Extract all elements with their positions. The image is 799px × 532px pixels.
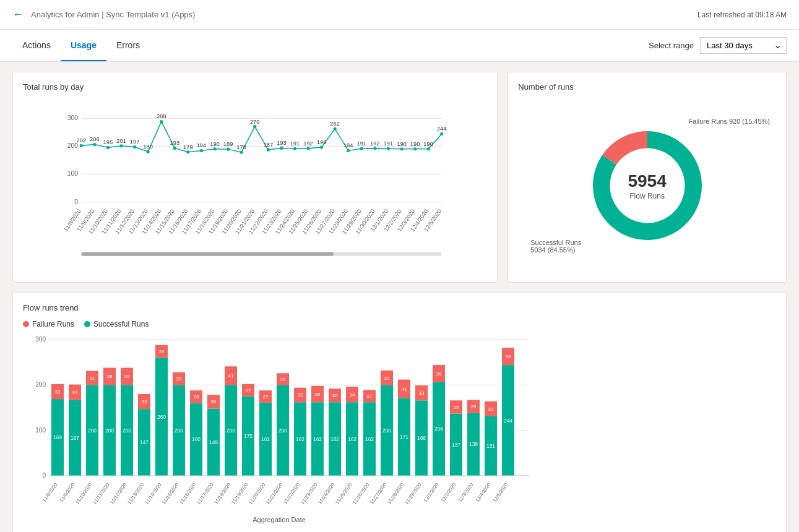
nav-right: Select range Last 30 days Last 7 days La… (649, 37, 787, 54)
svg-text:162: 162 (348, 436, 356, 442)
svg-text:11/8/2020: 11/8/2020 (41, 482, 59, 504)
bar-chart-svg: 01002003001693311/8/20201673411/9/202020… (23, 333, 535, 525)
svg-text:36: 36 (315, 392, 321, 397)
svg-text:179: 179 (183, 144, 193, 150)
donut-svg (579, 118, 715, 254)
svg-text:162: 162 (365, 436, 374, 442)
back-button[interactable]: ← (12, 8, 24, 21)
svg-text:196: 196 (317, 139, 327, 145)
line-chart-svg: 010020030020211/8/202020611/9/202019511/… (23, 99, 487, 260)
svg-text:11/9/2020: 11/9/2020 (59, 482, 76, 504)
svg-text:202: 202 (77, 137, 87, 144)
svg-text:193: 193 (277, 140, 287, 146)
svg-text:29: 29 (454, 405, 459, 410)
svg-point-63 (320, 145, 323, 148)
svg-text:12/1/2020: 12/1/2020 (423, 482, 440, 504)
svg-text:11/26/2020: 11/26/2020 (352, 482, 371, 505)
svg-text:12/2/2020: 12/2/2020 (440, 482, 457, 504)
svg-text:200: 200 (105, 427, 114, 434)
svg-text:206: 206 (90, 136, 100, 142)
svg-text:28: 28 (159, 349, 165, 354)
svg-text:29: 29 (471, 404, 477, 410)
tab-usage[interactable]: Usage (61, 30, 106, 61)
svg-text:300: 300 (35, 336, 46, 343)
svg-text:12/4/2020: 12/4/2020 (475, 482, 492, 504)
svg-text:11/12/2020: 11/12/2020 (109, 482, 128, 505)
svg-text:11/29/2020: 11/29/2020 (404, 482, 423, 505)
svg-text:11/25/2020: 11/25/2020 (334, 482, 353, 505)
svg-text:34: 34 (350, 392, 355, 398)
svg-text:200: 200 (227, 427, 235, 434)
svg-text:11/19/2020: 11/19/2020 (230, 482, 249, 505)
svg-text:193: 193 (170, 140, 180, 146)
svg-text:200: 200 (123, 427, 131, 434)
range-select[interactable]: Last 30 days Last 7 days Last 90 days (700, 37, 787, 54)
svg-text:11/24/2020: 11/24/2020 (317, 482, 336, 505)
legend-success: Successful Runs (84, 320, 149, 328)
svg-text:162: 162 (330, 436, 339, 442)
svg-text:30: 30 (332, 393, 338, 398)
tab-errors[interactable]: Errors (106, 30, 150, 61)
donut-container: 5954 Flow Runs Failure Runs 920 (15.45%)… (518, 99, 776, 272)
svg-point-18 (119, 144, 123, 147)
line-chart-container: 010020030020211/8/202020611/9/202019511/… (23, 99, 487, 272)
donut-chart-title: Number of runs (518, 82, 776, 92)
svg-point-75 (373, 147, 376, 150)
svg-point-27 (160, 120, 163, 123)
svg-text:190: 190 (423, 141, 433, 147)
svg-text:38: 38 (124, 374, 130, 379)
svg-text:195: 195 (103, 139, 113, 145)
svg-text:270: 270 (250, 119, 260, 125)
range-select-wrapper: Last 30 days Last 7 days Last 90 days (700, 37, 787, 54)
svg-text:11/11/2020: 11/11/2020 (92, 482, 111, 505)
svg-text:33: 33 (142, 399, 147, 405)
range-label: Select range (649, 41, 694, 50)
donut-legend-success: Successful Runs 5034 (84.55%) (530, 239, 581, 254)
svg-text:11/27/2020: 11/27/2020 (369, 482, 388, 505)
svg-text:147: 147 (140, 439, 149, 445)
svg-text:27: 27 (263, 394, 269, 400)
svg-text:12/5/2020: 12/5/2020 (492, 482, 509, 504)
svg-point-45 (240, 151, 243, 154)
svg-point-42 (227, 148, 230, 151)
svg-text:11/28/2020: 11/28/2020 (386, 482, 405, 505)
svg-text:11/13/2020: 11/13/2020 (126, 482, 145, 505)
line-chart-card: Total runs by day 010020030020211/8/2020… (12, 72, 498, 283)
svg-text:27: 27 (246, 388, 251, 393)
svg-text:171: 171 (400, 434, 408, 440)
svg-text:200: 200 (175, 427, 183, 434)
svg-text:190: 190 (397, 141, 407, 147)
svg-text:180: 180 (143, 144, 153, 150)
header-left: ← Analytics for Admin | Sync Template v1… (12, 8, 195, 21)
svg-text:30: 30 (211, 399, 217, 405)
svg-text:28: 28 (176, 376, 182, 382)
svg-text:200: 200 (382, 427, 391, 434)
svg-text:100: 100 (35, 427, 46, 434)
svg-text:33: 33 (55, 389, 61, 395)
svg-text:11/10/2020: 11/10/2020 (74, 482, 93, 505)
svg-text:200: 200 (279, 427, 287, 434)
svg-point-30 (173, 147, 176, 150)
svg-text:11/20/2020: 11/20/2020 (248, 482, 267, 505)
svg-text:167: 167 (71, 435, 79, 441)
svg-point-24 (147, 150, 150, 153)
svg-point-51 (267, 148, 270, 152)
svg-text:187: 187 (263, 142, 273, 148)
svg-text:260: 260 (157, 414, 166, 420)
svg-text:206: 206 (434, 426, 443, 432)
donut-chart-card: Number of runs 5954 Flow Runs Failure Ru… (507, 72, 787, 283)
svg-point-69 (347, 149, 350, 152)
tab-actions[interactable]: Actions (12, 30, 61, 61)
svg-text:161: 161 (261, 436, 270, 442)
svg-text:34: 34 (72, 390, 78, 395)
donut-legend-failure: Failure Runs 920 (15.45%) (689, 118, 770, 125)
svg-text:190: 190 (210, 141, 220, 147)
bar-chart-title: Flow runs trend (23, 303, 776, 312)
svg-text:189: 189 (223, 141, 233, 147)
svg-point-72 (360, 147, 363, 150)
svg-text:27: 27 (367, 393, 373, 399)
svg-point-21 (133, 145, 136, 148)
svg-text:262: 262 (330, 121, 340, 127)
bar-chart-area: 01002003001693311/8/20201673411/9/202020… (23, 333, 776, 527)
svg-point-15 (106, 146, 110, 149)
